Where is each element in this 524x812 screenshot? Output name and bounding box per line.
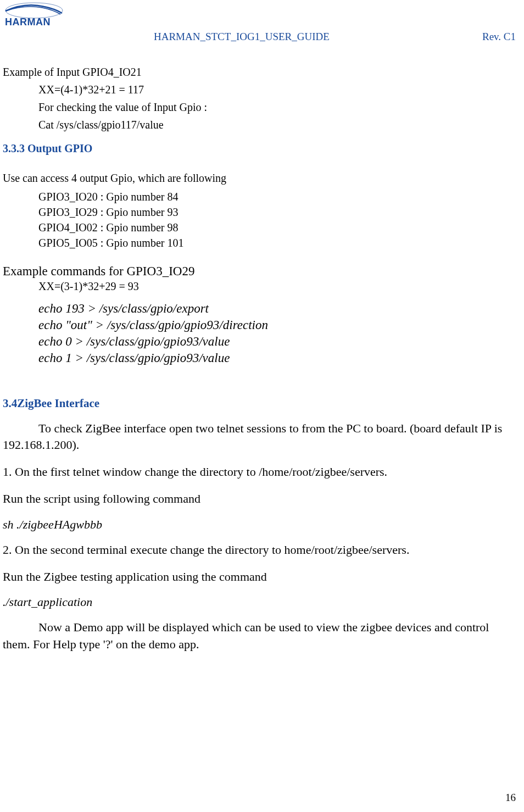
step-1: 1. On the first telnet window change the… <box>3 464 519 481</box>
demo-app-span: Now a Demo app will be displayed which c… <box>3 620 489 651</box>
zigbee-intro-text: To check ZigBee interface open two telne… <box>3 421 502 452</box>
section-34-heading: 3.4ZigBee Interface <box>3 397 519 410</box>
example-cmds-title: Example commands for GPIO3_IO29 <box>3 264 519 279</box>
check-value-text: For checking the value of Input Gpio : <box>3 99 519 115</box>
example-input-title: Example of Input GPIO4_IO21 <box>3 64 519 80</box>
xx-calculation-2: XX=(3-1)*32+29 = 93 <box>3 279 519 294</box>
echo-cmd-3: echo 0 > /sys/class/gpio/gpio93/value <box>3 333 519 350</box>
cat-command: Cat /sys/class/gpio117/value <box>3 117 519 132</box>
run-app-text: Run the Zigbee testing application using… <box>3 569 519 586</box>
section-333-heading: 3.3.3 Output GPIO <box>3 142 519 155</box>
echo-cmd-2: echo "out" > /sys/class/gpio/gpio93/dire… <box>3 317 519 333</box>
demo-app-text: Now a Demo app will be displayed which c… <box>3 619 519 653</box>
zigbee-intro: To check ZigBee interface open two telne… <box>3 420 519 454</box>
logo-text: HARMAN <box>5 16 51 27</box>
step-2: 2. On the second terminal execute change… <box>3 542 519 559</box>
gpio-item-2: GPIO3_IO29 : Gpio number 93 <box>3 204 519 220</box>
harman-logo: HARMAN <box>3 1 66 31</box>
page-number: 16 <box>505 792 516 804</box>
xx-calculation: XX=(4-1)*32+21 = 117 <box>3 82 519 97</box>
gpio-item-4: GPIO5_IO05 : Gpio number 101 <box>3 235 519 251</box>
echo-cmd-4: echo 1 > /sys/class/gpio/gpio93/value <box>3 350 519 366</box>
sh-command: sh ./zigbeeHAgwbbb <box>3 518 519 532</box>
doc-title: HARMAN_STCT_IOG1_USER_GUIDE <box>154 31 330 43</box>
echo-cmd-1: echo 193 > /sys/class/gpio/export <box>3 301 519 317</box>
page-content: Example of Input GPIO4_IO21 XX=(4-1)*32+… <box>0 64 524 653</box>
gpio-list: GPIO3_IO20 : Gpio number 84 GPIO3_IO29 :… <box>3 189 519 251</box>
gpio-item-1: GPIO3_IO20 : Gpio number 84 <box>3 189 519 204</box>
gpio-item-3: GPIO4_IO02 : Gpio number 98 <box>3 220 519 235</box>
page-header: HARMAN HARMAN_STCT_IOG1_USER_GUIDE Rev. … <box>0 0 524 31</box>
revision-label: Rev. C1 <box>482 31 516 43</box>
output-intro: Use can access 4 output Gpio, which are … <box>3 170 519 186</box>
start-app-command: ./start_application <box>3 595 519 609</box>
run-script-text: Run the script using following command <box>3 491 519 508</box>
